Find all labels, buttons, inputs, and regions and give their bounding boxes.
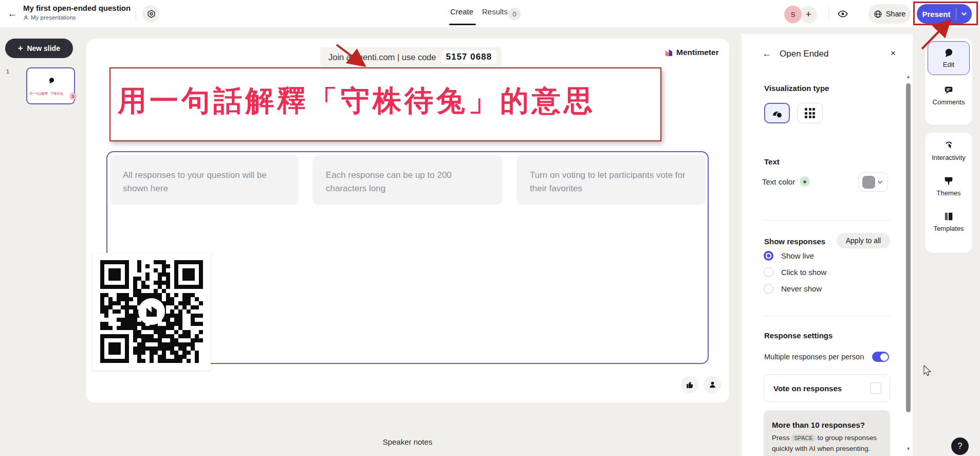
new-slide-button[interactable]: + New slide [5, 39, 73, 58]
qr-finder-icon [174, 260, 203, 289]
pro-feature-badge: ★ [800, 176, 810, 187]
placeholder-card: All responses to your question will be s… [109, 155, 299, 205]
breadcrumb-label: My presentations [31, 14, 76, 21]
results-count-badge: 0 [508, 8, 521, 20]
slide-canvas: Join at menti.com | use code 5157 0688 M… [86, 39, 729, 403]
settings-panel: ← Open Ended × Visualization type Text T… [742, 34, 913, 456]
show-responses-label: Show responses [764, 237, 825, 246]
ai-grouping-info: More than 10 responses? Press SPACE to g… [764, 410, 890, 456]
mouse-cursor [923, 365, 932, 376]
qr-finder-icon [100, 334, 129, 363]
tool-edit[interactable]: Edit [928, 41, 970, 75]
multiple-responses-label: Multiple responses per person [764, 353, 864, 361]
speech-bubble-icon [48, 77, 55, 84]
gear-icon [146, 9, 156, 19]
tab-results[interactable]: Results [482, 7, 508, 16]
multiple-responses-toggle[interactable] [872, 352, 889, 362]
participants-button[interactable] [704, 376, 721, 393]
apply-to-all-button[interactable]: Apply to all [837, 233, 890, 248]
divider [762, 220, 890, 221]
tab-create[interactable]: Create [450, 7, 473, 16]
visualization-type-label: Visualization type [764, 84, 829, 93]
avatar[interactable]: S [784, 6, 802, 23]
present-dropdown[interactable] [956, 12, 972, 16]
tool-interactivity[interactable]: Interactivity [925, 133, 972, 169]
plus-icon: + [18, 44, 23, 53]
slide-thumb-title: 用一句話解釋「守株待兔 [29, 92, 73, 96]
tool-templates[interactable]: Templates [925, 204, 972, 240]
person-icon [23, 15, 29, 21]
question-title[interactable]: 用一句話解釋「守株待兔」的意思 [118, 82, 596, 121]
viz-type-grid-button[interactable] [797, 103, 823, 123]
radio-label: Click to show [781, 268, 826, 277]
viz-type-bubbles-button[interactable] [764, 103, 790, 123]
breadcrumb[interactable]: My presentations [23, 14, 76, 21]
scroll-down-arrow[interactable]: ▼ [906, 446, 911, 451]
bubbles-icon [771, 107, 783, 119]
layout-icon [944, 211, 954, 222]
topbar: ← My first open-ended question My presen… [0, 0, 980, 27]
radio-never-show[interactable]: Never show [764, 284, 822, 294]
speaker-notes-toggle[interactable]: Speaker notes [356, 437, 459, 446]
tap-icon [944, 140, 954, 151]
chevron-down-icon [961, 12, 967, 16]
join-text: Join at menti.com | use code [328, 52, 436, 62]
help-button[interactable]: ? [951, 437, 969, 455]
tool-themes[interactable]: Themes [925, 169, 972, 204]
close-icon: × [891, 48, 896, 58]
globe-icon [874, 10, 882, 19]
back-arrow-icon: ← [8, 8, 17, 19]
text-color-picker[interactable] [858, 172, 888, 192]
chevron-down-icon [877, 180, 883, 184]
tool-comments[interactable]: Comments [925, 78, 972, 113]
slide-thumbnail[interactable]: 用一句話解釋「守株待兔 S [26, 67, 75, 104]
collaborator-badge: S [69, 93, 77, 100]
back-button[interactable]: ← [5, 7, 20, 21]
radio-click-to-show[interactable]: Click to show [764, 267, 826, 277]
slide-number: 1 [6, 68, 9, 75]
like-button[interactable] [681, 376, 698, 393]
add-collaborator-button[interactable]: + [800, 6, 817, 23]
share-button[interactable]: Share [868, 4, 911, 24]
radio-selected-icon [764, 251, 773, 261]
mentimeter-wordmark: Mentimeter [676, 48, 719, 57]
response-settings-label: Response settings [764, 331, 833, 340]
panel-close-button[interactable]: × [891, 48, 896, 59]
tool-label: Templates [933, 225, 964, 232]
scroll-up-arrow[interactable]: ▲ [906, 74, 911, 79]
settings-button[interactable] [142, 5, 160, 23]
info-title: More than 10 responses? [772, 421, 882, 429]
mentimeter-logo: Mentimeter [664, 48, 719, 57]
present-button[interactable]: Present [917, 4, 972, 24]
mentimeter-mark-icon [145, 305, 158, 318]
placeholder-card: Each response can be up to 200 character… [312, 155, 502, 205]
scrollbar-thumb[interactable] [906, 83, 911, 412]
person-icon [708, 380, 717, 389]
text-color-label: Text color [762, 177, 795, 186]
join-instructions: Join at menti.com | use code 5157 0688 [320, 47, 502, 67]
info-press: Press [772, 434, 790, 442]
vote-checkbox[interactable] [870, 382, 881, 394]
qr-code [93, 253, 211, 370]
toolbar-card-edit: Edit Comments [925, 39, 972, 125]
text-section-label: Text [764, 157, 780, 166]
comment-icon [944, 85, 954, 95]
tool-label: Themes [937, 189, 961, 197]
preview-button[interactable] [834, 5, 852, 23]
toolbar-card-design: Interactivity Themes Templates [925, 133, 972, 253]
divider [828, 7, 829, 20]
tool-label: Comments [933, 98, 965, 106]
tool-label: Interactivity [932, 154, 966, 161]
page-title: My first open-ended question [23, 4, 131, 12]
radio-show-live[interactable]: Show live [764, 251, 814, 261]
divider [136, 7, 136, 20]
panel-back-button[interactable]: ← [762, 48, 771, 59]
thumbs-up-icon [686, 380, 694, 389]
present-label: Present [917, 10, 956, 19]
mentimeter-mark-icon [664, 48, 673, 57]
share-label: Share [886, 10, 906, 18]
qr-logo [138, 298, 165, 325]
radio-icon [764, 284, 773, 294]
join-code: 5157 0688 [441, 50, 496, 64]
info-body: Press SPACE to group responses quickly w… [772, 433, 882, 454]
